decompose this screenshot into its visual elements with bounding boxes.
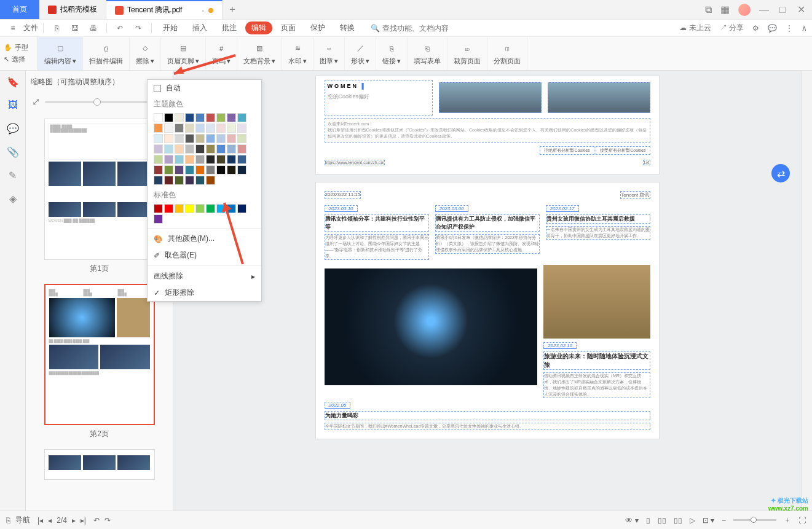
color-swatch[interactable] [216, 155, 226, 164]
color-swatch[interactable] [154, 214, 163, 224]
color-swatch[interactable] [185, 165, 194, 174]
rotate-left-icon[interactable]: ↶ [93, 516, 100, 525]
menu-edit[interactable]: 编辑 [245, 22, 272, 34]
color-swatch[interactable] [154, 204, 163, 213]
color-swatch[interactable] [195, 134, 205, 143]
file-menu[interactable]: 文件 [23, 23, 38, 33]
color-swatch[interactable] [216, 165, 226, 174]
right-scrollbar[interactable] [801, 71, 812, 511]
prev-page-icon[interactable]: ◂ [48, 516, 52, 525]
facing-icon[interactable]: ▯▯ [674, 516, 682, 525]
color-swatch[interactable] [195, 123, 205, 133]
color-swatch[interactable] [216, 113, 226, 122]
color-swatch[interactable] [195, 155, 205, 164]
rect-erase-option[interactable]: ✓矩形擦除 [148, 284, 261, 301]
split-button[interactable]: ⎅分割页面 [487, 37, 527, 70]
color-swatch[interactable] [237, 165, 246, 174]
color-swatch[interactable] [227, 123, 236, 133]
color-swatch[interactable] [164, 176, 173, 185]
color-swatch[interactable] [237, 155, 246, 164]
color-swatch[interactable] [164, 134, 173, 143]
view-mode-icon[interactable]: 👁 ▾ [625, 516, 638, 525]
color-swatch[interactable] [216, 204, 226, 213]
color-swatch[interactable] [206, 144, 215, 154]
menu-convert[interactable]: 转换 [334, 23, 361, 33]
color-swatch[interactable] [227, 165, 236, 174]
continuous-icon[interactable]: ▯▯ [658, 516, 666, 525]
zoom-slider[interactable] [733, 519, 776, 521]
last-page-icon[interactable]: ▸| [81, 516, 86, 525]
tab-home[interactable]: 首页 [0, 0, 39, 19]
color-swatch[interactable] [164, 123, 173, 133]
menu-page[interactable]: 页面 [275, 23, 302, 33]
play-icon[interactable]: ▷ [690, 516, 695, 525]
color-swatch[interactable] [237, 113, 246, 122]
apps-icon[interactable]: ▦ [720, 4, 730, 15]
stamp-button[interactable]: ⎃图章▾ [313, 37, 345, 70]
color-swatch[interactable] [185, 134, 194, 143]
more-colors-option[interactable]: 🎨其他颜色(M)... [148, 230, 261, 247]
zoom-in-icon[interactable]: ＋ [784, 515, 791, 525]
line-erase-option[interactable]: 画线擦除▸ [148, 268, 261, 284]
color-swatch[interactable] [164, 113, 173, 122]
signature-icon[interactable]: ✎ [7, 169, 19, 181]
hand-tool[interactable]: ✋手型 [0, 42, 37, 53]
close-button[interactable]: ✕ [796, 4, 806, 15]
rotate-right-icon[interactable]: ↷ [104, 516, 111, 525]
color-swatch[interactable] [175, 165, 184, 174]
color-swatch[interactable] [175, 176, 184, 185]
layout-icon[interactable]: ⧉ [705, 4, 712, 15]
page-counter[interactable]: 2/4 [57, 516, 67, 525]
feedback-icon[interactable]: 💬 [768, 24, 777, 33]
color-swatch[interactable] [154, 144, 163, 154]
color-swatch[interactable] [175, 155, 184, 164]
scan-edit-button[interactable]: ⎙扫描件编辑 [83, 37, 130, 70]
color-swatch[interactable] [206, 113, 215, 122]
more-icon[interactable]: ⋮ [786, 24, 793, 33]
toc-icon[interactable]: ⎘ [6, 516, 10, 525]
erase-button[interactable]: ◇擦除▾ [130, 37, 161, 70]
color-swatch[interactable] [195, 204, 205, 213]
edit-content-button[interactable]: ▢编辑内容▾ [38, 37, 83, 70]
color-swatch[interactable] [227, 134, 236, 143]
crop-button[interactable]: ⎄裁剪页面 [447, 37, 487, 70]
save-icon[interactable]: 🖫 [67, 24, 83, 33]
color-swatch[interactable] [237, 134, 246, 143]
color-swatch[interactable] [185, 204, 194, 213]
open-icon[interactable]: ⎘ [49, 24, 65, 33]
color-swatch[interactable] [216, 134, 226, 143]
undo-icon[interactable]: ↶ [112, 24, 128, 33]
color-swatch[interactable] [154, 155, 163, 164]
color-swatch[interactable] [206, 204, 215, 213]
color-swatch[interactable] [164, 155, 173, 164]
header-footer-button[interactable]: ▤页眉页脚▾ [161, 37, 206, 70]
color-swatch[interactable] [154, 165, 163, 174]
page-number-button[interactable]: #页码▾ [206, 37, 237, 70]
color-swatch[interactable] [227, 113, 236, 122]
color-swatch[interactable] [185, 144, 194, 154]
minimize-button[interactable]: — [759, 4, 769, 15]
color-swatch[interactable] [237, 204, 246, 213]
fullscreen-icon[interactable]: ⛶ [798, 516, 806, 525]
tab-document[interactable]: Tencent 腾讯.pdf▫ [106, 0, 223, 19]
next-page-icon[interactable]: ▸ [72, 516, 76, 525]
color-swatch[interactable] [164, 165, 173, 174]
redo-icon[interactable]: ↷ [130, 24, 146, 33]
share-button[interactable]: ↗ 分享 [720, 23, 744, 33]
color-swatch[interactable] [227, 155, 236, 164]
color-swatch[interactable] [195, 113, 205, 122]
form-button[interactable]: ⎗填写表单 [408, 37, 447, 70]
color-swatch[interactable] [227, 144, 236, 154]
search-input[interactable] [382, 24, 462, 33]
menu-insert[interactable]: 插入 [186, 23, 213, 33]
thumbnail-1[interactable]: ████ ██████████████████ WOMEN ███ ██ ███… [44, 119, 155, 278]
single-page-icon[interactable]: ▯ [646, 516, 650, 525]
bookmark-icon[interactable]: 🔖 [7, 76, 19, 88]
color-swatch[interactable] [216, 123, 226, 133]
color-swatch[interactable] [164, 144, 173, 154]
thumbnail-2[interactable]: █████████████████████ ██ ████ ████ ████ … [44, 284, 155, 443]
sync-marker-icon[interactable]: ⇄ [771, 164, 790, 182]
color-swatch[interactable] [154, 134, 163, 143]
color-swatch[interactable] [185, 113, 194, 122]
color-swatch[interactable] [185, 176, 194, 185]
